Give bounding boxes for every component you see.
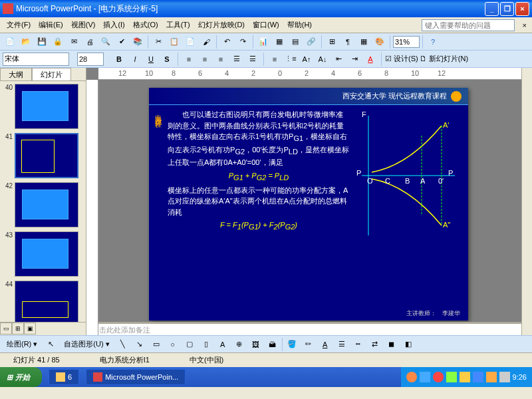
mdi-close-icon[interactable]: ×	[520, 21, 529, 29]
expand-icon[interactable]: ⊞	[325, 35, 339, 49]
redo-icon[interactable]: ↷	[235, 35, 250, 49]
menu-format[interactable]: 格式(O)	[129, 19, 162, 31]
research-icon[interactable]: 📚	[130, 35, 145, 49]
normal-view-icon[interactable]: ▭	[0, 323, 12, 334]
diagram-icon[interactable]: ⊕	[232, 337, 247, 352]
save-icon[interactable]: 💾	[35, 35, 49, 49]
tray-icon[interactable]	[473, 372, 483, 382]
italic-button[interactable]: I	[128, 52, 142, 66]
menu-help[interactable]: 帮助(H)	[283, 19, 316, 31]
arrow-style-icon[interactable]: ⇄	[368, 337, 382, 352]
format-painter-icon[interactable]: 🖌	[199, 35, 213, 49]
shadow-button[interactable]: S	[160, 52, 174, 66]
select-icon[interactable]: ↖	[43, 337, 58, 352]
thumbnail-40[interactable]: 40	[3, 84, 83, 129]
open-icon[interactable]: 📂	[19, 35, 33, 49]
menu-edit[interactable]: 编辑(E)	[35, 19, 67, 31]
font-color-icon[interactable]: A	[363, 52, 378, 66]
minimize-button[interactable]: _	[485, 2, 499, 16]
current-slide[interactable]: 西安交通大学 现代远程教育课程 电力系统分析一 也可以通过右图说明只有两台发电机…	[149, 88, 468, 321]
wordart-icon[interactable]: A	[215, 337, 230, 352]
autoshapes-button[interactable]: 自选图形(U) ▾	[60, 338, 113, 350]
tray-icon[interactable]	[420, 372, 430, 382]
arrow-icon[interactable]: ↘	[132, 337, 147, 352]
rectangle-icon[interactable]: ▭	[149, 337, 164, 352]
slideshow-view-icon[interactable]: ▣	[24, 323, 36, 334]
tab-outline[interactable]: 大纲	[0, 68, 32, 80]
distribute-icon[interactable]: ☰	[229, 52, 244, 66]
menu-tools[interactable]: 工具(T)	[162, 19, 194, 31]
thumbnail-44[interactable]: 44	[3, 281, 83, 322]
tray-clock[interactable]: 9:26	[513, 373, 527, 381]
tray-icon[interactable]	[433, 372, 444, 382]
email-icon[interactable]: ✉	[66, 35, 81, 49]
chart-icon[interactable]: 📊	[256, 35, 271, 49]
vertical-scrollbar[interactable]	[521, 68, 532, 335]
start-button[interactable]: ⊞开始	[0, 367, 42, 387]
thumbnail-43[interactable]: 43	[3, 231, 83, 277]
tables-borders-icon[interactable]: ▤	[288, 35, 303, 49]
show-format-icon[interactable]: ¶	[340, 35, 355, 49]
decrease-font-icon[interactable]: A↓	[315, 52, 330, 66]
decrease-indent-icon[interactable]: ⇤	[331, 52, 346, 66]
new-slide-button[interactable]: 🗋 新幻灯片(N)	[420, 54, 468, 64]
preview-icon[interactable]: 🔍	[98, 35, 113, 49]
bold-button[interactable]: B	[112, 52, 126, 66]
tab-slides[interactable]: 幻灯片	[32, 68, 71, 80]
sorter-view-icon[interactable]: ⊞	[12, 323, 24, 334]
line-color-icon[interactable]: ✏	[301, 337, 316, 352]
tray-icon[interactable]	[406, 372, 417, 382]
menu-slideshow[interactable]: 幻灯片放映(D)	[194, 19, 249, 31]
tray-icon[interactable]	[499, 372, 510, 382]
thumbnail-list[interactable]: 40 41 42 43 44 45	[0, 81, 86, 322]
align-right-icon[interactable]: ≡	[213, 52, 228, 66]
line-spacing-icon[interactable]: ☰	[245, 52, 260, 66]
increase-indent-icon[interactable]: ⇥	[347, 52, 362, 66]
tray-icon[interactable]	[486, 372, 497, 382]
font-color-draw-icon[interactable]: A	[318, 337, 332, 352]
bullets-icon[interactable]: ⋮≡	[283, 52, 298, 66]
undo-icon[interactable]: ↶	[219, 35, 234, 49]
font-size-combo[interactable]	[77, 53, 104, 66]
menu-insert[interactable]: 插入(I)	[99, 19, 128, 31]
hyperlink-icon[interactable]: 🔗	[304, 35, 319, 49]
menu-view[interactable]: 视图(V)	[67, 19, 100, 31]
thumbnail-41[interactable]: 41	[3, 133, 83, 178]
align-center-icon[interactable]: ≡	[198, 52, 212, 66]
help-search-input[interactable]	[422, 19, 515, 31]
increase-font-icon[interactable]: A↑	[299, 52, 314, 66]
copy-icon[interactable]: 📋	[167, 35, 182, 49]
numbering-icon[interactable]: ≡	[267, 52, 282, 66]
shadow-style-icon[interactable]: ◼	[384, 337, 399, 352]
menu-window[interactable]: 窗口(W)	[249, 19, 283, 31]
design-button[interactable]: ☑ 设计(S)	[385, 54, 418, 64]
close-button[interactable]: ×	[515, 2, 529, 16]
vertical-text-icon[interactable]: ▯	[199, 337, 213, 352]
textbox-icon[interactable]: ▢	[182, 337, 197, 352]
tray-icon[interactable]	[460, 372, 470, 382]
zoom-input[interactable]	[393, 36, 420, 48]
font-name-combo[interactable]	[3, 53, 69, 66]
cut-icon[interactable]: ✂	[151, 35, 166, 49]
line-icon[interactable]: ╲	[116, 337, 130, 352]
new-icon[interactable]: 📄	[3, 35, 17, 49]
spell-icon[interactable]: ✔	[114, 35, 129, 49]
picture-icon[interactable]: 🏔	[265, 337, 280, 352]
dash-style-icon[interactable]: ┅	[351, 337, 366, 352]
notes-pane[interactable]: 单击此处添加备注	[86, 322, 521, 335]
align-left-icon[interactable]: ≡	[182, 52, 196, 66]
paste-icon[interactable]: 📄	[183, 35, 198, 49]
menu-file[interactable]: 文件(F)	[3, 19, 35, 31]
color-icon[interactable]: 🎨	[372, 35, 387, 49]
print-icon[interactable]: 🖨	[82, 35, 97, 49]
oval-icon[interactable]: ○	[166, 337, 180, 352]
table-icon[interactable]: ▦	[272, 35, 287, 49]
tray-icon[interactable]	[446, 372, 457, 382]
help-icon[interactable]: ?	[426, 35, 440, 49]
maximize-button[interactable]: ❐	[500, 2, 514, 16]
thumbnail-42[interactable]: 42	[3, 182, 83, 227]
fill-color-icon[interactable]: 🪣	[285, 337, 299, 352]
taskbar-item-folder[interactable]: 6	[49, 369, 79, 385]
taskbar-item-powerpoint[interactable]: Microsoft PowerPoin...	[86, 369, 186, 385]
3d-style-icon[interactable]: ◧	[401, 337, 416, 352]
